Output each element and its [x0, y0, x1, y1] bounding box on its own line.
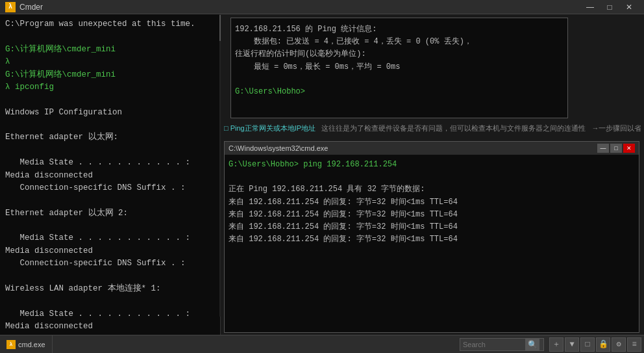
cmd-prompt-line: G:\Users\Hobho> ping 192.168.211.254: [229, 159, 635, 171]
eth1-header: Ethernet adapter 以太网:: [5, 131, 215, 144]
cmd-bottom-title: C:\Windows\system32\cmd.exe: [229, 144, 328, 152]
cmd-reply1: 来自 192.168.211.254 的回复: 字节=32 时间<1ms TTL…: [229, 196, 635, 209]
taskbar-item-label: cmd.exe: [18, 341, 45, 348]
line-prompt1: G:\计算机网络\cmder_mini: [5, 44, 215, 56]
cmd-window-bottom[interactable]: C:\Windows\system32\cmd.exe — □ ✕ G:\Use…: [224, 141, 639, 333]
line-gap7: [5, 270, 215, 283]
ping-stats-prompt: G:\Users\Hobho>: [235, 86, 564, 98]
line-gap8: [5, 295, 215, 307]
terminal-output: C:\Program was unexpected at this time. …: [5, 18, 215, 335]
cmder-icon: λ: [5, 2, 16, 12]
cmd-reply3: 来自 192.168.211.254 的回复: 字节=32 时间<1ms TTL…: [229, 221, 635, 233]
title-bar-left: λ Cmder: [5, 2, 43, 12]
maximize-button[interactable]: □: [600, 0, 619, 14]
line-lambda1: λ: [5, 56, 215, 68]
taskbar-extra-btn-6[interactable]: ≡: [627, 337, 641, 352]
ping-stats-line2: 数据包: 已发送 = 4，已接收 = 4，丢失 = 0 (0% 丢失)，: [235, 36, 564, 48]
title-bar: λ Cmder — □ ✕: [0, 0, 644, 14]
taskbar-cmder-icon: λ: [6, 340, 16, 349]
cmd-close-btn[interactable]: ✕: [623, 144, 635, 153]
close-button[interactable]: ✕: [619, 0, 639, 14]
ping-stats-content: 192.168.21.156 的 Ping 统计信息: 数据包: 已发送 = 4…: [231, 18, 567, 103]
minimize-button[interactable]: —: [580, 0, 600, 14]
taskbar-extra-btn-1[interactable]: ＋: [549, 337, 564, 352]
cmd-window-top[interactable]: 192.168.21.156 的 Ping 统计信息: 数据包: 已发送 = 4…: [230, 18, 568, 118]
taskbar-extra-btn-4[interactable]: 🔒: [596, 337, 610, 352]
window-title: Cmder: [19, 3, 43, 12]
line-ipconfig: λ ipconfig: [5, 81, 215, 94]
taskbar: λ cmd.exe 🔍 ＋ ▼ □ 🔒 ⚙ ≡: [0, 335, 644, 353]
eth2-media: Media State . . . . . . . . . . . : Medi…: [5, 232, 215, 257]
window-controls: — □ ✕: [580, 0, 639, 14]
taskbar-extra-btn-3[interactable]: □: [580, 337, 595, 352]
hint-text: 这往往是为了检查硬件设备是否有问题，但可以检查本机与文件服务器之间的连通性: [317, 124, 586, 132]
hint-bar: □ Ping正常网关或本地IP地址 这往往是为了检查硬件设备是否有问题，但可以检…: [224, 124, 641, 133]
line-gap6: [5, 220, 215, 232]
taskbar-extra-btn-2[interactable]: ▼: [565, 337, 579, 352]
search-button[interactable]: 🔍: [525, 338, 539, 351]
eth1-dns: Connection-specific DNS Suffix . :: [5, 182, 215, 194]
line-1: C:\Program was unexpected at this time.: [5, 18, 215, 31]
main-area: C:\Program was unexpected at this time. …: [0, 14, 644, 335]
line-winip: Windows IP Configuration: [5, 107, 215, 119]
taskbar-item-cmd[interactable]: λ cmd.exe: [0, 335, 53, 353]
taskbar-extra-btn-5[interactable]: ⚙: [612, 337, 626, 352]
line-gap4: [5, 144, 215, 157]
search-input[interactable]: [460, 341, 525, 348]
cmd-bottom-content: G:\Users\Hobho> ping 192.168.211.254 正在 …: [225, 155, 639, 250]
wlan1-media: Media State . . . . . . . . . . . : Medi…: [5, 308, 215, 333]
eth2-dns: Connection-specific DNS Suffix . :: [5, 257, 215, 270]
line-gap2: [5, 94, 215, 106]
left-terminal[interactable]: C:\Program was unexpected at this time. …: [0, 14, 221, 335]
line-gap3: [5, 119, 215, 131]
wlan1-header: Wireless LAN adapter 本地连接* 1:: [5, 283, 215, 295]
cmd-gap: [229, 171, 635, 183]
cmd-bottom-titlebar: C:\Windows\system32\cmd.exe — □ ✕: [225, 142, 639, 155]
ping-stats-line4: 最短 = 0ms，最长 = 0ms，平均 = 0ms: [235, 61, 564, 73]
cmd-reply2: 来自 192.168.211.254 的回复: 字节=32 时间<1ms TTL…: [229, 209, 635, 221]
hint-link: □ Ping正常网关或本地IP地址: [224, 124, 316, 132]
ping-stats-line1: 192.168.21.156 的 Ping 统计信息:: [235, 23, 564, 36]
hint-note: →一步骤回以省略: [588, 124, 641, 132]
eth2-header: Ethernet adapter 以太网 2:: [5, 207, 215, 220]
cmd-bottom-controls: — □ ✕: [597, 144, 635, 153]
ping-stats-line3: 往返行程的估计时间(以毫秒为单位):: [235, 48, 564, 60]
eth1-media: Media State . . . . . . . . . . . : Medi…: [5, 157, 215, 182]
cmd-max-btn[interactable]: □: [610, 144, 622, 153]
cmd-reply4: 来自 192.168.211.254 的回复: 字节=32 时间<1ms TTL…: [229, 233, 635, 246]
right-panel: 192.168.21.156 的 Ping 统计信息: 数据包: 已发送 = 4…: [221, 14, 644, 335]
line-gap5: [5, 194, 215, 207]
ping-stats-gap: [235, 73, 564, 86]
line-gap: [5, 31, 215, 43]
cmd-min-btn[interactable]: —: [597, 144, 609, 153]
search-box[interactable]: 🔍: [460, 338, 544, 351]
line-prompt2: G:\计算机网络\cmder_mini: [5, 69, 215, 81]
cmd-ping-sending: 正在 Ping 192.168.211.254 具有 32 字节的数据:: [229, 183, 635, 196]
taskbar-extras: ＋ ▼ □ 🔒 ⚙ ≡: [547, 337, 644, 352]
